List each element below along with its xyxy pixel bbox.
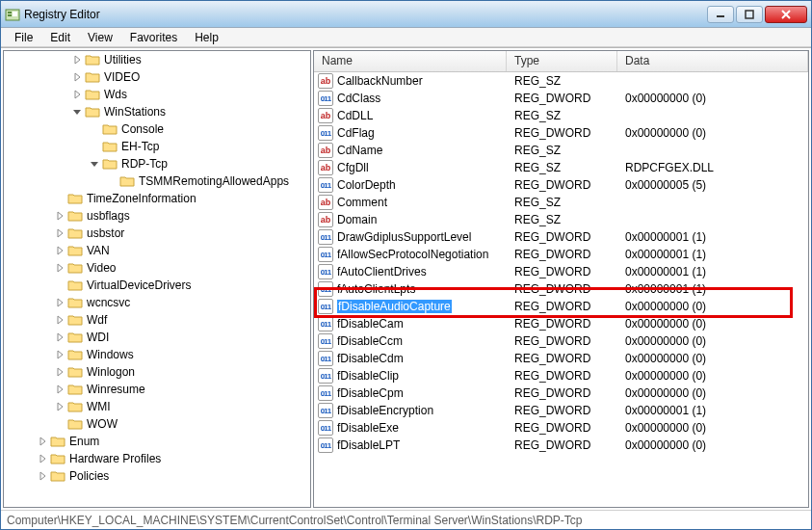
tree-pane[interactable]: UtilitiesVIDEOWdsWinStationsConsoleEH-Tc… bbox=[3, 50, 311, 508]
value-row[interactable]: CdNameREG_SZ bbox=[314, 142, 808, 159]
value-row[interactable]: fDisableEncryptionREG_DWORD0x00000001 (1… bbox=[314, 402, 808, 419]
expander-icon[interactable] bbox=[54, 349, 65, 360]
value-row[interactable]: fDisableCdmREG_DWORD0x00000000 (0) bbox=[314, 350, 808, 367]
value-row[interactable]: fDisableClipREG_DWORD0x00000000 (0) bbox=[314, 367, 808, 384]
tree-node[interactable]: EH-Tcp bbox=[4, 138, 310, 155]
column-header-data[interactable]: Data bbox=[617, 51, 808, 71]
value-row[interactable]: CallbackNumberREG_SZ bbox=[314, 72, 808, 90]
expander-icon[interactable] bbox=[54, 227, 65, 239]
folder-icon bbox=[67, 278, 83, 292]
tree-node[interactable]: Utilities bbox=[4, 51, 310, 68]
expander-icon[interactable] bbox=[89, 158, 100, 170]
tree-node[interactable]: WDI bbox=[4, 329, 310, 346]
tree-node-label: EH-Tcp bbox=[119, 140, 161, 153]
tree-node[interactable]: WinStations bbox=[4, 103, 310, 120]
listview-body[interactable]: CallbackNumberREG_SZCdClassREG_DWORD0x00… bbox=[314, 72, 808, 507]
expander-icon[interactable] bbox=[54, 297, 65, 308]
value-row[interactable]: ColorDepthREG_DWORD0x00000005 (5) bbox=[314, 176, 808, 194]
expander-icon[interactable] bbox=[71, 71, 83, 83]
column-header-name[interactable]: Name bbox=[314, 51, 507, 71]
folder-icon bbox=[85, 88, 100, 101]
value-row[interactable]: fAutoClientDrivesREG_DWORD0x00000001 (1) bbox=[314, 263, 808, 280]
menu-edit[interactable]: Edit bbox=[42, 29, 78, 46]
value-name: fDisableCam bbox=[337, 317, 404, 331]
value-row[interactable]: fDisableLPTREG_DWORD0x00000000 (0) bbox=[314, 437, 808, 454]
tree-node[interactable]: VIDEO bbox=[4, 68, 310, 86]
close-button[interactable] bbox=[765, 6, 807, 23]
expander-icon[interactable] bbox=[54, 384, 65, 395]
value-row[interactable]: fDisableCpmREG_DWORD0x00000000 (0) bbox=[314, 384, 808, 402]
folder-icon bbox=[67, 331, 83, 344]
value-row[interactable]: fAllowSecProtocolNegotiationREG_DWORD0x0… bbox=[314, 246, 808, 263]
tree-node[interactable]: TSMMRemotingAllowedApps bbox=[4, 172, 310, 190]
tree-node[interactable]: wcncsvc bbox=[4, 294, 310, 311]
menu-favorites[interactable]: Favorites bbox=[122, 29, 185, 46]
tree-node-label: usbstor bbox=[85, 226, 126, 240]
tree-node[interactable]: Enum bbox=[4, 433, 310, 450]
value-row[interactable]: fDisableCamREG_DWORD0x00000000 (0) bbox=[314, 315, 808, 332]
folder-icon bbox=[67, 226, 83, 240]
tree-node[interactable]: WOW bbox=[4, 415, 310, 433]
expander-icon[interactable] bbox=[71, 54, 83, 66]
expander-icon[interactable] bbox=[37, 470, 48, 482]
tree-node[interactable]: Video bbox=[4, 259, 310, 277]
value-row[interactable]: CommentREG_SZ bbox=[314, 194, 808, 211]
expander-icon[interactable] bbox=[54, 401, 65, 412]
menu-help[interactable]: Help bbox=[187, 29, 226, 46]
tree-node[interactable]: usbflags bbox=[4, 207, 310, 225]
value-row[interactable]: fDisableAudioCaptureREG_DWORD0x00000000 … bbox=[314, 298, 808, 315]
value-row[interactable]: fDisableCcmREG_DWORD0x00000000 (0) bbox=[314, 332, 808, 350]
binary-value-icon bbox=[318, 351, 333, 366]
value-type: REG_DWORD bbox=[507, 178, 617, 192]
tree-node[interactable]: Policies bbox=[4, 467, 310, 485]
value-data: 0x00000000 (0) bbox=[617, 386, 808, 400]
value-data: 0x00000001 (1) bbox=[617, 265, 808, 278]
value-name: fDisableCcm bbox=[337, 334, 403, 348]
tree-node[interactable]: Console bbox=[4, 120, 310, 138]
expander-icon[interactable] bbox=[54, 245, 65, 256]
tree-node-label: Wdf bbox=[85, 313, 109, 327]
tree-node[interactable]: TimeZoneInformation bbox=[4, 190, 310, 207]
value-row[interactable]: DrawGdiplusSupportLevelREG_DWORD0x000000… bbox=[314, 228, 808, 246]
tree-node[interactable]: Winlogon bbox=[4, 363, 310, 381]
value-row[interactable]: CdFlagREG_DWORD0x00000000 (0) bbox=[314, 124, 808, 142]
tree-node[interactable]: RDP-Tcp bbox=[4, 155, 310, 172]
value-row[interactable]: fDisableExeREG_DWORD0x00000000 (0) bbox=[314, 419, 808, 437]
expander-icon[interactable] bbox=[71, 89, 83, 100]
value-row[interactable]: fAutoClientLptsREG_DWORD0x00000001 (1) bbox=[314, 280, 808, 298]
value-row[interactable]: CdClassREG_DWORD0x00000000 (0) bbox=[314, 90, 808, 107]
expander-icon[interactable] bbox=[54, 210, 65, 222]
value-type: REG_DWORD bbox=[507, 317, 617, 331]
column-header-type[interactable]: Type bbox=[507, 51, 617, 71]
tree-node[interactable]: VirtualDeviceDrivers bbox=[4, 277, 310, 294]
binary-value-icon bbox=[318, 385, 333, 401]
expander-icon[interactable] bbox=[54, 331, 65, 343]
tree-node[interactable]: Hardware Profiles bbox=[4, 450, 310, 467]
value-row[interactable]: CdDLLREG_SZ bbox=[314, 107, 808, 124]
expander-icon[interactable] bbox=[54, 314, 65, 326]
tree-node[interactable]: Wds bbox=[4, 86, 310, 103]
tree-node[interactable]: Windows bbox=[4, 346, 310, 363]
value-data: 0x00000005 (5) bbox=[617, 178, 808, 192]
tree-node[interactable]: usbstor bbox=[4, 225, 310, 242]
value-row[interactable]: CfgDllREG_SZRDPCFGEX.DLL bbox=[314, 159, 808, 176]
expander-icon[interactable] bbox=[71, 106, 83, 118]
title-bar[interactable]: Registry Editor bbox=[1, 1, 811, 28]
value-row[interactable]: DomainREG_SZ bbox=[314, 211, 808, 228]
expander-icon[interactable] bbox=[54, 262, 65, 274]
tree-node[interactable]: Wdf bbox=[4, 311, 310, 329]
maximize-button[interactable] bbox=[736, 6, 763, 23]
menu-file[interactable]: File bbox=[7, 29, 40, 46]
value-type: REG_DWORD bbox=[507, 404, 617, 417]
menu-view[interactable]: View bbox=[80, 29, 120, 46]
window: Registry Editor File Edit View Favorites… bbox=[0, 0, 812, 530]
expander-icon[interactable] bbox=[54, 366, 65, 378]
tree-node[interactable]: VAN bbox=[4, 242, 310, 259]
folder-icon bbox=[67, 244, 83, 257]
expander-icon[interactable] bbox=[37, 453, 48, 464]
tree-node[interactable]: WMI bbox=[4, 398, 310, 415]
tree-node[interactable]: Winresume bbox=[4, 381, 310, 398]
folder-icon bbox=[67, 383, 83, 396]
expander-icon[interactable] bbox=[37, 436, 48, 447]
minimize-button[interactable] bbox=[707, 6, 734, 23]
